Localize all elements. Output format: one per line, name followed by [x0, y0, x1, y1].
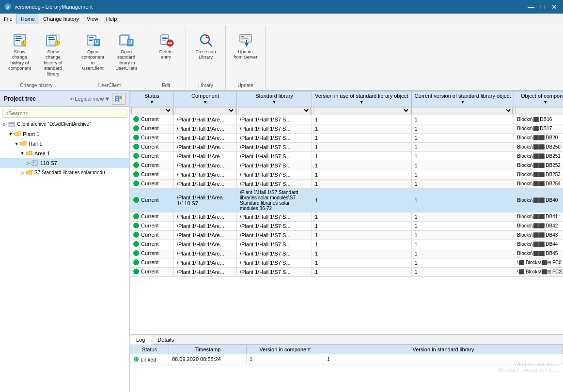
svg-rect-40	[116, 97, 118, 98]
menu-change-history[interactable]: Change history	[39, 14, 83, 24]
status-dot	[133, 223, 139, 228]
cell-status: Current	[130, 267, 174, 276]
btn-delete-entry[interactable]: Delete entry	[150, 30, 182, 62]
cell-status: Current	[130, 221, 174, 230]
tree-item-stdlib[interactable]: ▷ S7 Standard libraries solar modu...	[0, 168, 129, 178]
btn-open-library-userclient[interactable]: U Open standard library in UserClient	[110, 30, 142, 74]
close-button[interactable]: ✕	[549, 2, 559, 12]
table-row[interactable]: Current\Plant 1\Hall 1\Are...\Plant 1\Ha…	[130, 221, 563, 230]
title-bar: v versiondog - LibraryManagement — □ ✕	[0, 0, 563, 14]
table-row[interactable]: Current\Plant 1\Hall 1\Are...\Plant 1\Ha…	[130, 124, 563, 133]
filter-current-version[interactable]	[413, 107, 513, 114]
menu-help[interactable]: Help	[102, 14, 121, 24]
minimize-button[interactable]: —	[526, 2, 536, 12]
status-text: Current	[141, 153, 159, 159]
logical-view-dropdown[interactable]: ∞ Logical view ▼	[70, 95, 110, 102]
table-row[interactable]: Current\Plant 1\Hall 1\Are...\Plant 1\Ha…	[130, 133, 563, 142]
svg-rect-4	[16, 38, 22, 39]
col-header-current-version[interactable]: Current version of standard library obje…	[411, 91, 514, 106]
title-bar-controls: — □ ✕	[526, 2, 559, 12]
cell-stdlib: \Plant 1\Hall 1\S7 S...	[237, 170, 312, 179]
table-row[interactable]: Current\Plant 1\Hall 1\Are...\Plant 1\Ha…	[130, 267, 563, 276]
col-header-component[interactable]: Component▼	[174, 91, 237, 106]
cell-status: Current	[130, 151, 174, 161]
table-row[interactable]: Current\Plant 1\Hall 1\Are...\Plant 1\Ha…	[130, 258, 563, 267]
filter-status[interactable]	[131, 107, 172, 114]
tree-toggle-plant1[interactable]: ▼	[8, 131, 14, 137]
cell-status: Current	[130, 212, 174, 221]
btn-show-change-history-component[interactable]: ! Show change history of component	[4, 30, 35, 74]
table-container[interactable]: Status▼ Component▼ Standard library▼ Ver…	[130, 91, 563, 334]
table-row[interactable]: Current\Plant 1\Hall 1\Are...\Plant 1\Ha…	[130, 212, 563, 221]
tree-toggle-110s7[interactable]: ▷	[25, 160, 31, 166]
ribbon-group-update: Update from Server Update	[226, 26, 266, 90]
tab-details[interactable]: Details	[151, 335, 180, 344]
filter-version-in-use[interactable]	[313, 107, 410, 114]
cell-component: \Plant 1\Hall 1\Are...	[174, 212, 237, 221]
col-header-status[interactable]: Status▼	[130, 91, 174, 106]
col-header-stdlib[interactable]: Standard library▼	[237, 91, 312, 106]
table-row[interactable]: Current\Plant 1\Hall 1\Are...\Plant 1\Ha…	[130, 142, 563, 151]
project-tree-area[interactable]: ▷ Client archive "D:\vdClientArchive" ▼ …	[0, 120, 129, 392]
ribbon-group-edit-title: Edit	[150, 81, 182, 88]
cell-version-in-use: 1	[312, 133, 412, 142]
col-header-version-in-use[interactable]: Version in use of standard library objec…	[312, 91, 412, 106]
filter-stdlib[interactable]	[238, 107, 311, 114]
table-row[interactable]: Current\Plant 1\Hall 1\Are...\Plant 1\Ha…	[130, 151, 563, 161]
table-row[interactable]: Current\Plant 1\Hall 1\Are...\Plant 1\Ha…	[130, 115, 563, 124]
cell-stdlib: \Plant 1\Hall 1\S7 S...	[237, 212, 312, 221]
ribbon-group-edit: Delete entry Edit	[146, 26, 186, 90]
log-version-component: 1	[247, 354, 324, 364]
cell-component: \Plant 1\Hall 1\Are...	[174, 179, 237, 188]
menu-home[interactable]: Home	[16, 14, 39, 24]
menu-bar: File Home Change history View Help	[0, 14, 563, 24]
menu-file[interactable]: File	[0, 14, 16, 24]
svg-line-31	[208, 43, 212, 46]
cell-object-component: Blocks\⬛⬛ DB251	[514, 151, 563, 161]
ribbon-buttons-update: Update from Server	[230, 28, 261, 81]
table-row[interactable]: Current\Plant 1\Hall 1\Area 1\110 S7\Pla…	[130, 188, 563, 212]
btn-free-scan[interactable]: Free scan Library	[190, 30, 221, 62]
col-header-object-component[interactable]: Object of component▼	[514, 91, 563, 106]
table-row[interactable]: Current\Plant 1\Hall 1\Are...\Plant 1\Ha…	[130, 249, 563, 258]
menu-view[interactable]: View	[83, 14, 102, 24]
btn-show-change-history-library[interactable]: ! Show change history of standard librar…	[37, 30, 69, 79]
status-dot	[133, 197, 139, 203]
table-row[interactable]: Current\Plant 1\Hall 1\Are...\Plant 1\Ha…	[130, 179, 563, 188]
filter-component[interactable]	[175, 107, 235, 114]
cell-object-component: Blocks\⬛⬛ DB44	[514, 240, 563, 249]
tree-item-110s7[interactable]: ▷ 110 S7	[0, 158, 129, 168]
tree-item-hall1[interactable]: ▼ Hall 1	[0, 139, 129, 149]
cell-object-component: Blocks\⬛⬛ DB42	[514, 221, 563, 230]
table-row[interactable]: Current\Plant 1\Hall 1\Are...\Plant 1\Ha…	[130, 240, 563, 249]
filter-object-component[interactable]	[515, 107, 563, 114]
maximize-button[interactable]: □	[538, 2, 547, 12]
ribbon-group-library-title: Library	[190, 81, 221, 88]
cell-version-in-use: 1	[312, 170, 412, 179]
btn-open-component-userclient[interactable]: U Open component in UserClient	[77, 30, 109, 74]
btn-update-server[interactable]: Update from Server	[230, 30, 261, 62]
tree-toggle-area1[interactable]: ▼	[19, 151, 25, 156]
svg-rect-8	[47, 35, 56, 46]
title-bar-left: v versiondog - LibraryManagement	[4, 3, 93, 11]
cell-object-component: Blocks\⬛⬛ DB20	[514, 133, 563, 142]
svg-text:U: U	[128, 39, 132, 45]
tree-view-toggle-button[interactable]	[112, 93, 125, 105]
ribbon-buttons-library: Free scan Library	[190, 28, 221, 81]
tree-item-area1[interactable]: ▼ Area 1	[0, 149, 129, 158]
svg-rect-41	[116, 99, 118, 100]
search-input[interactable]	[2, 109, 127, 118]
tree-toggle-archive[interactable]: ▷	[2, 121, 8, 127]
cell-stdlib: \Plant 1\Hall 1\S7 S...	[237, 133, 312, 142]
tree-toggle-stdlib[interactable]: ▷	[19, 170, 25, 176]
tree-item-archive[interactable]: ▷ Client archive "D:\vdClientArchive"	[0, 120, 129, 129]
tab-log[interactable]: Log	[130, 335, 151, 345]
cell-stdlib: \Plant 1\Hall 1\S7 S...	[237, 240, 312, 249]
cell-current-version: 1	[411, 124, 514, 133]
cell-version-in-use: 1	[312, 230, 412, 240]
table-row[interactable]: Current\Plant 1\Hall 1\Are...\Plant 1\Ha…	[130, 161, 563, 170]
tree-item-plant1[interactable]: ▼ Plant 1	[0, 129, 129, 139]
tree-toggle-hall1[interactable]: ▼	[14, 141, 19, 147]
table-row[interactable]: Current\Plant 1\Hall 1\Are...\Plant 1\Ha…	[130, 230, 563, 240]
table-row[interactable]: Current\Plant 1\Hall 1\Are...\Plant 1\Ha…	[130, 170, 563, 179]
